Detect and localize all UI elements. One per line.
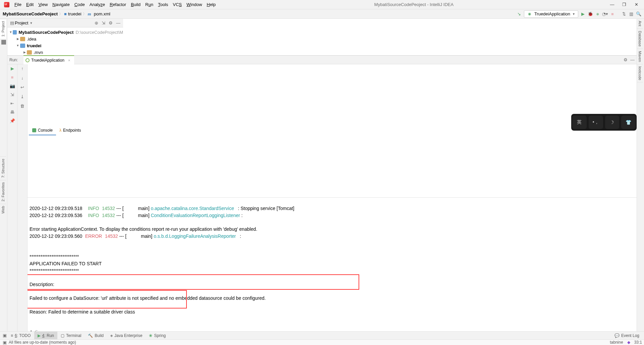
exit-icon[interactable]: ⇤ [10,100,15,106]
close-button[interactable]: ✕ [634,2,639,7]
status-icon[interactable]: ▣ [2,340,7,345]
expand-icon[interactable]: ⇲ [102,20,105,25]
gear-icon[interactable]: ⚙ [109,20,113,25]
tool-tab-project[interactable]: 1: Project [0,19,6,39]
soft-wrap-icon[interactable]: ↩ [20,84,25,90]
up-icon[interactable]: ↑ [20,66,25,71]
highlight-box-1 [28,274,359,290]
menu-view[interactable]: View [36,0,50,9]
run-tool-window: Run: TruedeiApplication × ⚙ — ▶ ■ 📷 ⇲ ⇤ [7,56,637,334]
run-button[interactable]: ▶ [580,11,586,17]
pin-icon[interactable]: 📌 [10,118,15,123]
menu-code[interactable]: Code [72,0,87,9]
close-icon[interactable]: × [68,58,70,62]
down-icon[interactable]: ↓ [20,75,25,80]
tab-build[interactable]: 🔨Build [85,332,107,340]
tabnine-widget[interactable]: tabnine [610,340,623,345]
project-header: ▤ Project ▼ ⊕ ⇲ ⚙ — [7,19,123,27]
ime-toolbar[interactable]: 英 •， ☽ 👕 [571,114,637,131]
print-icon[interactable]: 🖶 [10,109,15,115]
project-view-label[interactable]: Project [15,20,28,25]
locate-icon[interactable]: ⊕ [95,20,98,25]
layout-icon[interactable]: ⇲ [10,92,15,97]
tool-tab-web[interactable]: Web [0,204,6,215]
tool-tab-maven[interactable]: Maven [637,49,643,64]
profiler-button[interactable]: ◔▾ [602,11,608,17]
menu-tools[interactable]: Tools [156,0,170,9]
run-config-selector[interactable]: ◉ TruedeiApplication ▼ [524,10,578,18]
clear-icon[interactable]: 🗑 [20,103,25,109]
caret-position[interactable]: 33:1 [634,340,642,345]
tool-tab-database[interactable]: Database [637,29,643,49]
scroll-end-icon[interactable]: ⤓ [20,94,25,99]
event-log[interactable]: 💬Event Log [614,333,642,338]
menu-vcs[interactable]: VCS [170,0,184,9]
menu-run[interactable]: Run [143,0,156,9]
ime-lang[interactable]: 英 [572,116,587,129]
menu-file[interactable]: File [12,0,24,9]
spring-icon [25,58,30,62]
vcs-update-icon[interactable]: ⇅ [621,11,627,17]
console-output[interactable]: 2020-12-12 09:23:09.518 INFO 14532 --- [… [28,198,637,335]
console-tab[interactable]: Console [29,126,56,135]
ime-moon-icon[interactable]: ☽ [605,116,620,129]
debug-button[interactable]: 🐞 [588,11,593,17]
stop-button[interactable]: ■ [610,11,615,17]
rerun-icon[interactable]: ▶ [10,66,15,71]
run-config-name: TruedeiApplication [534,11,570,16]
run-toolbar-secondary: ↑ ↓ ↩ ⤓ 🗑 [17,64,28,334]
build-icon[interactable]: ↘ [517,11,522,17]
app-icon [4,2,9,7]
stop-icon[interactable]: ■ [10,74,15,80]
breadcrumb-module[interactable]: truedei [68,11,82,16]
run-tab[interactable]: TruedeiApplication × [23,55,74,64]
minimize-button[interactable]: — [610,2,614,7]
hide-icon[interactable]: — [630,57,635,62]
bookmark-icon[interactable] [1,40,6,45]
search-icon[interactable]: 🔍 [636,11,641,17]
tool-tab-favorites[interactable]: 2: Favorites [0,180,6,203]
right-tool-stripe: Ant Database Maven leetcode [637,19,644,339]
chevron-right-icon: 〉 [83,11,87,16]
tool-window-list-icon[interactable]: ▣ [2,333,7,338]
bottom-tool-stripe: ▣ ≡6: TODO ▶4: Run ▢Terminal 🔨Build ⎈Jav… [0,331,644,339]
menu-analyze[interactable]: Analyze [87,0,107,9]
menu-build[interactable]: Build [128,0,143,9]
menu-navigate[interactable]: Navigate [50,0,72,9]
project-tool-window: ▤ Project ▼ ⊕ ⇲ ⚙ — ▼MybatiSourceCodePeo… [7,19,637,56]
menu-help[interactable]: Help [204,0,218,9]
ime-punct[interactable]: •， [589,116,603,129]
menu-bar: File Edit View Navigate Code Analyze Ref… [0,0,644,9]
tab-java-enterprise[interactable]: ⎈Java Enterprise [107,332,146,340]
tab-todo[interactable]: ≡6: TODO [7,332,34,340]
chevron-right-icon: 〉 [59,11,63,16]
dropdown-icon[interactable]: ▼ [30,21,33,25]
tab-spring[interactable]: ❀Spring [146,332,169,340]
tool-tab-ant[interactable]: Ant [637,19,643,29]
navigation-bar: MybatiSourceCodePeoject 〉 ■ truedei 〉 m … [0,9,644,19]
ime-skin-icon[interactable]: 👕 [621,116,636,129]
project-structure-icon[interactable]: ▥ [629,11,634,17]
hide-icon[interactable]: — [116,20,120,25]
dump-threads-icon[interactable]: 📷 [10,83,15,88]
tool-tab-structure[interactable]: 7: Structure [0,156,6,180]
window-title: MybatiSourceCodePeoject - IntelliJ IDEA [218,2,610,7]
menu-edit[interactable]: Edit [24,0,36,9]
status-message: All files are up-to-date (moments ago) [9,340,76,345]
tab-terminal[interactable]: ▢Terminal [57,332,85,340]
endpoints-tab[interactable]: λ Endpoints [56,126,84,135]
run-toolbar-primary: ▶ ■ 📷 ⇲ ⇤ 🖶 📌 [7,64,17,334]
status-bar: ▣ All files are up-to-date (moments ago)… [0,339,644,345]
left-tool-stripe: 1: Project 7: Structure 2: Favorites Web [0,19,7,334]
project-tree[interactable]: ▼MybatiSourceCodePeojectD:\sourceCodePro… [7,27,123,55]
run-label: Run: [9,58,18,62]
breadcrumb-root[interactable]: MybatiSourceCodePeoject [3,11,58,16]
gear-icon[interactable]: ⚙ [624,57,628,62]
menu-window[interactable]: Window [184,0,204,9]
tab-run[interactable]: ▶4: Run [34,332,57,340]
menu-refactor[interactable]: Refactor [107,0,128,9]
coverage-button[interactable]: ⎈ [595,11,600,17]
breadcrumb-file[interactable]: pom.xml [94,11,110,16]
maximize-button[interactable]: ❐ [622,2,627,7]
tool-tab-leetcode[interactable]: leetcode [637,64,643,83]
